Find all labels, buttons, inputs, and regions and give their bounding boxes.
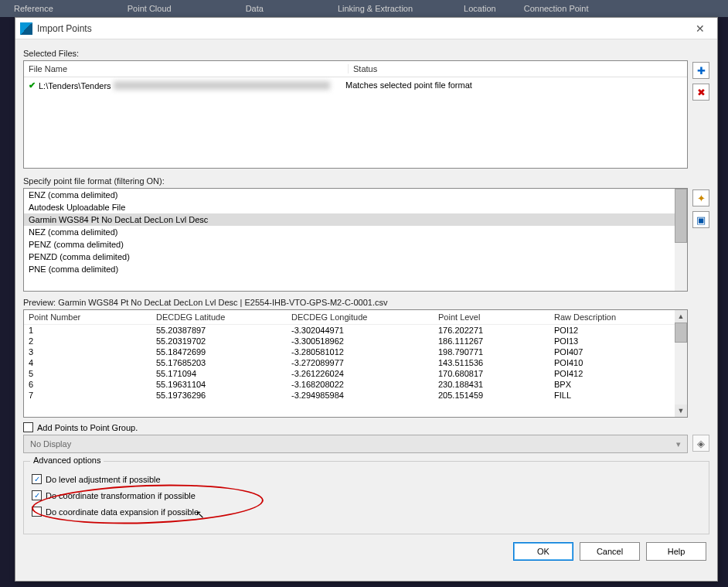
table-row: 555.171094-3.261226024170.680817POI412 xyxy=(24,368,687,379)
format-label: Specify point file format (filtering ON)… xyxy=(23,176,709,186)
point-group-dropdown[interactable]: No Display xyxy=(23,435,688,453)
add-points-checkbox[interactable] xyxy=(23,422,33,432)
preview-label: Preview: Garmin WGS84 Pt No DecLat DecLo… xyxy=(23,298,709,307)
col-latitude: DECDEG Latitude xyxy=(151,312,287,322)
format-item[interactable]: PNE (comma delimited) xyxy=(24,263,687,275)
preview-scrollbar[interactable]: ▲ ▼ xyxy=(675,310,687,417)
add-file-button[interactable]: ✚ xyxy=(692,62,709,79)
table-row: 655.19631104-3.168208022230.188431BPX xyxy=(24,379,687,390)
import-points-dialog: Import Points ✕ Selected Files: File Nam… xyxy=(15,17,718,582)
scrollbar[interactable] xyxy=(675,189,687,291)
add-points-label: Add Points to Point Group. xyxy=(37,423,138,432)
scroll-up-icon[interactable]: ▲ xyxy=(675,310,687,323)
col-description: Raw Description xyxy=(549,312,687,322)
scroll-thumb[interactable] xyxy=(675,323,687,343)
scroll-down-icon[interactable]: ▼ xyxy=(675,404,687,417)
scroll-thumb[interactable] xyxy=(675,189,687,243)
remove-file-button[interactable]: ✖ xyxy=(692,84,709,101)
selected-files-list[interactable]: File Name Status ✔ L:\Tenders\Tenders Ma… xyxy=(23,60,688,169)
col-longitude: DECDEG Longitude xyxy=(287,312,434,322)
file-name-text: L:\Tenders\Tenders xyxy=(39,81,111,90)
check-icon: ✔ xyxy=(24,80,39,90)
col-level: Point Level xyxy=(434,312,549,322)
file-status-text: Matches selected point file format xyxy=(341,80,687,90)
ribbon-bar: Reference Point Cloud Data Linking & Ext… xyxy=(0,0,728,17)
redacted-path xyxy=(114,81,330,90)
format-settings-button[interactable]: ▣ xyxy=(692,211,709,228)
dialog-title: Import Points xyxy=(37,23,688,34)
level-adjustment-label: Do level adjustment if possible xyxy=(46,475,161,484)
dropdown-value: No Display xyxy=(30,439,71,449)
status-header: Status xyxy=(349,64,687,73)
level-adjustment-checkbox[interactable] xyxy=(32,474,42,484)
refresh-button[interactable]: ◈ xyxy=(692,435,709,452)
format-item[interactable]: Autodesk Uploadable File xyxy=(24,201,687,213)
col-point-number: Point Number xyxy=(24,312,151,322)
format-manage-button[interactable]: ✦ xyxy=(692,189,709,206)
ribbon-data[interactable]: Data xyxy=(232,4,277,13)
coord-transform-checkbox[interactable] xyxy=(32,490,42,500)
table-row: 155.20387897-3.302044971176.202271POI12 xyxy=(24,325,687,336)
file-row[interactable]: ✔ L:\Tenders\Tenders Matches selected po… xyxy=(24,77,687,94)
table-row: 755.19736296-3.294985984205.151459FILL xyxy=(24,390,687,401)
help-button[interactable]: Help xyxy=(646,542,706,561)
ribbon-connpoint[interactable]: Connection Point xyxy=(510,4,603,13)
ribbon-pointcloud[interactable]: Point Cloud xyxy=(114,4,185,13)
close-icon[interactable]: ✕ xyxy=(688,20,713,37)
annotation-ellipse xyxy=(31,481,264,527)
format-item[interactable]: PENZ (comma delimited) xyxy=(24,238,687,251)
coord-expansion-label: Do coordinate data expansion if possible xyxy=(46,507,199,517)
table-row: 355.18472699-3.280581012198.790771POI407 xyxy=(24,346,687,357)
ribbon-linking[interactable]: Linking & Extraction xyxy=(324,4,427,13)
table-row: 455.17685203-3.272089977143.511536POI410 xyxy=(24,357,687,368)
preview-table: Point Number DECDEG Latitude DECDEG Long… xyxy=(23,309,688,418)
advanced-options-group: Advanced options Do level adjustment if … xyxy=(23,461,709,534)
filename-header: File Name xyxy=(24,64,349,73)
ribbon-reference[interactable]: Reference xyxy=(0,4,67,13)
cancel-button[interactable]: Cancel xyxy=(580,542,640,561)
format-list[interactable]: ENZ (comma delimited)Autodesk Uploadable… xyxy=(23,188,688,292)
coord-transform-label: Do coordinate transformation if possible xyxy=(46,491,196,500)
format-item[interactable]: NEZ (comma delimited) xyxy=(24,226,687,238)
advanced-legend: Advanced options xyxy=(30,456,104,465)
selected-files-label: Selected Files: xyxy=(23,49,709,58)
format-item[interactable]: Garmin WGS84 Pt No DecLat DecLon Lvl Des… xyxy=(24,213,687,226)
format-item[interactable]: ENZ (comma delimited) xyxy=(24,189,687,201)
table-row: 255.20319702-3.300518962186.111267POI13 xyxy=(24,336,687,346)
ribbon-location[interactable]: Location xyxy=(450,4,510,13)
titlebar: Import Points ✕ xyxy=(15,18,717,39)
format-item[interactable]: PENZD (comma delimited) xyxy=(24,251,687,263)
ok-button[interactable]: OK xyxy=(513,542,573,561)
app-logo-icon xyxy=(20,22,32,35)
coord-expansion-checkbox[interactable] xyxy=(32,507,42,517)
